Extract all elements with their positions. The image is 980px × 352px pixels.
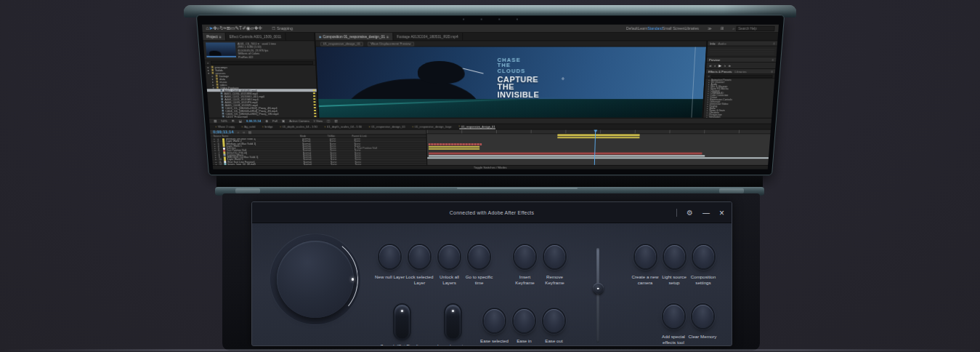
vertical-slider[interactable] [445,305,461,339]
timeline-bar[interactable] [429,153,702,154]
effects-category[interactable]: ▸Simulation [703,116,772,118]
timeline-bar[interactable] [429,155,705,156]
tab-project[interactable]: Project≡ [203,33,226,40]
tab-libraries[interactable]: Libraries [734,70,747,73]
timeline-tab[interactable]: ▪Wave 2 copy [216,125,235,129]
timeline-bar[interactable] [557,137,639,138]
timeline-bar[interactable] [557,135,640,136]
play-button[interactable]: ▶ [718,63,721,68]
toggle-switches-modes-button[interactable]: Toggle Switches / Modes [474,166,507,169]
composition-image[interactable]: ✛ CHASETHECLOUDS CAPTURETHEINVISIBLE [316,47,706,118]
draft-3d-icon[interactable]: ▤ [248,130,252,134]
control-knob[interactable] [514,245,535,268]
timeline-tab[interactable]: ▪01_responsive_design_large [413,125,452,129]
workspace-tab[interactable]: Small Screen [663,26,685,31]
workspace-tab[interactable]: Learn [638,26,647,31]
timeline-bar[interactable] [429,146,480,148]
snapping-checkbox[interactable]: ☐Snapping [272,26,293,31]
app-grid-icon[interactable]: ⊞ [721,26,724,31]
twirl-icon[interactable]: ▸ [706,115,708,117]
visibility-eye-icon[interactable]: ● [216,163,218,165]
timeline-bar[interactable] [427,157,769,159]
timeline-tab[interactable]: ▪01_responsive_design_01 [459,124,495,129]
resolution-select[interactable]: Full [272,119,278,123]
workspace-overflow-icon[interactable]: ≫ [708,26,712,31]
panel-menu-icon[interactable]: ≡ [773,41,775,45]
panel-menu-icon[interactable]: ≡ [771,70,773,73]
label-color-chip[interactable] [314,98,316,100]
timeline-track-area[interactable] [426,129,770,164]
project-search[interactable]: ⌕ [205,60,315,65]
timeline-tab[interactable]: ▪Ag_solid [242,125,256,129]
control-knob[interactable] [663,305,684,328]
search-icon[interactable]: ⌕ [238,130,240,134]
tab-audio[interactable]: Audio [718,41,726,45]
next-frame-button[interactable]: › [724,63,726,68]
vertical-slider[interactable] [394,305,410,339]
workspace-tab[interactable]: Default [626,26,638,31]
magnification-select[interactable]: 50% [221,119,227,123]
pixel-aspect-icon[interactable]: ◫ [327,119,331,123]
control-knob[interactable] [469,245,490,268]
panel-menu-icon[interactable]: ≡ [386,35,389,39]
control-knob[interactable] [635,245,656,268]
flowchart-node[interactable]: 01_responsive_design_01 [320,41,363,46]
timeline-flowchart-icon[interactable]: ▧ [334,119,338,123]
panel-menu-icon[interactable]: ≡ [219,35,221,39]
close-icon[interactable]: × [719,209,724,217]
control-knob[interactable] [484,309,505,332]
tab-effect-controls[interactable]: Effect Controls A001_1509_0011 [225,33,286,40]
search-help-input[interactable] [736,25,775,31]
control-knob[interactable] [544,245,565,268]
control-knob[interactable] [543,309,564,332]
roi-icon[interactable]: ▣ [282,119,286,123]
last-frame-button[interactable]: » [729,63,731,68]
first-frame-button[interactable]: « [709,63,711,68]
panel-preview-title[interactable]: Preview [709,57,720,61]
control-knob[interactable] [693,245,714,268]
workspace-tab[interactable]: Standard [647,26,663,31]
volume-slider-thumb[interactable] [593,283,604,294]
layer-color-chip[interactable] [224,163,226,164]
layer-color-chip[interactable] [224,154,226,156]
timeline-tab[interactable]: ▪01_depth_scales_04 - 1:30 [280,125,317,129]
viewer-timecode[interactable]: 0;00;11;14 [246,119,262,123]
control-knob[interactable] [379,245,400,268]
tab-info[interactable]: Info [710,41,715,45]
puppet-pin-tool[interactable]: ✛ [258,25,262,31]
always-preview-icon[interactable]: ▦ [214,119,217,123]
timeline-tab[interactable]: ▪01_responsive_design_01 [369,125,405,129]
control-knob[interactable] [409,245,430,268]
composition-mini-flowchart-icon[interactable]: ⌗ [243,130,245,134]
timeline-bar[interactable] [429,148,480,150]
grid-options-icon[interactable]: ⊞ [232,119,235,123]
control-knob[interactable] [692,305,713,328]
timeline-timecode[interactable]: 0;00;11;14 [213,129,234,134]
move-timeline-dial[interactable] [270,233,361,325]
previous-frame-button[interactable]: ‹ [714,63,716,68]
playhead[interactable] [594,129,596,164]
timeline-tab[interactable]: ▪01_depth_scales_04 - 1:30 [325,125,362,129]
camera-select[interactable]: Active Camera [289,119,309,123]
timeline-bar[interactable] [429,143,482,145]
control-knob[interactable] [514,309,535,332]
layer-color-chip[interactable] [223,145,225,147]
tab-footage[interactable]: Footage A013C034_180531_R2D.mp4 [393,33,463,40]
settings-gear-icon[interactable]: ⚙ [687,209,693,217]
flowchart-node[interactable]: Wave Displacement Preview [368,41,414,46]
time-ruler[interactable] [426,129,770,134]
snapshot-icon[interactable]: ◉ [265,119,268,123]
workspace-tab[interactable]: Libraries [684,26,699,31]
layer-row[interactable]: ● 12 waves_loop_04_08.mp4 Normal None No… [213,164,427,165]
view-layout-select[interactable]: 1 View [313,119,323,123]
minimize-icon[interactable]: — [702,209,710,217]
mask-visibility-icon[interactable]: ⬓ [238,119,242,123]
tab-effects-presets[interactable]: Effects & Presets [708,70,732,73]
control-knob[interactable] [439,245,460,268]
control-knob[interactable] [664,245,685,268]
volume-slider[interactable] [596,248,599,343]
tab-composition[interactable]: ■Composition 01_responsive_design_01≡ [315,33,393,40]
panel-menu-icon[interactable]: ≡ [772,57,774,61]
label-color-chip[interactable] [313,92,315,95]
timeline-tab[interactable]: ▪bridge [262,125,273,129]
